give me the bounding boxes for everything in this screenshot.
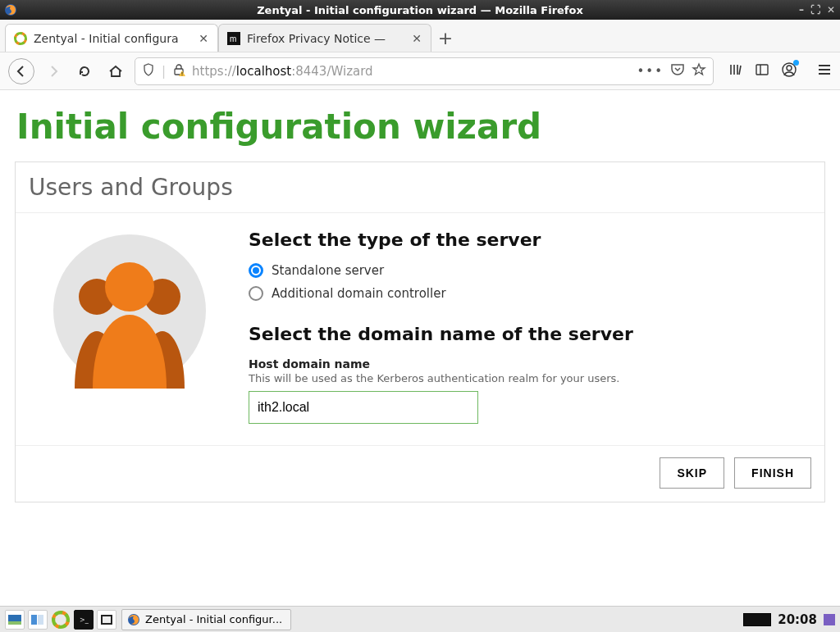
- svg-text:>_: >_: [80, 616, 89, 624]
- svg-point-1: [16, 33, 26, 43]
- url-path: :8443/Wizard: [291, 64, 372, 79]
- taskbar-window-title: Zentyal - Initial configur...: [145, 613, 282, 625]
- zentyal-icon: [14, 32, 27, 45]
- url-scheme: https://: [192, 64, 236, 79]
- users-illustration: [35, 230, 224, 424]
- tab-close-button[interactable]: ✕: [411, 33, 422, 44]
- radio-icon: [249, 263, 263, 278]
- radio-label: Standalone server: [272, 263, 384, 278]
- field-help: This will be used as the Kerberos authen…: [249, 372, 810, 384]
- page-title: Initial configuration wizard: [16, 107, 825, 147]
- page-viewport: Initial configuration wizard Users and G…: [0, 90, 840, 606]
- domain-heading: Select the domain name of the server: [249, 324, 810, 344]
- tab-zentyal[interactable]: Zentyal - Initial configura ✕: [5, 24, 218, 52]
- url-bar[interactable]: | https://localhost:8443/Wizard •••: [135, 57, 714, 85]
- hamburger-menu-icon[interactable]: [817, 62, 832, 80]
- svg-text:m: m: [230, 34, 236, 43]
- section-title: Users and Groups: [16, 162, 824, 213]
- firefox-icon: [127, 613, 140, 626]
- svg-rect-8: [181, 75, 182, 75]
- url-host: localhost: [236, 64, 291, 79]
- tab-title: Zentyal - Initial configura: [34, 32, 191, 45]
- svg-rect-20: [31, 615, 37, 625]
- tab-close-button[interactable]: ✕: [198, 33, 209, 44]
- mozilla-icon: m: [227, 32, 240, 45]
- firefox-icon: [3, 2, 18, 17]
- tab-title: Firefox Privacy Notice —: [247, 32, 404, 45]
- svg-rect-7: [181, 72, 182, 75]
- svg-rect-21: [38, 615, 43, 625]
- radio-additional-dc[interactable]: Additional domain controller: [249, 286, 810, 301]
- skip-button[interactable]: SKIP: [660, 457, 724, 489]
- radio-label: Additional domain controller: [272, 286, 446, 301]
- show-desktop-button[interactable]: [5, 610, 25, 630]
- svg-point-16: [105, 262, 154, 311]
- sidebar-icon[interactable]: [755, 62, 769, 80]
- taskbar-window-firefox[interactable]: Zentyal - Initial configur...: [121, 609, 291, 630]
- window-title: Zentyal - Initial configuration wizard —…: [257, 4, 583, 16]
- forward-button[interactable]: [41, 59, 66, 84]
- maximize-button[interactable]: ⛶: [810, 4, 820, 16]
- svg-rect-19: [8, 621, 21, 625]
- server-type-heading: Select the type of the server: [249, 230, 810, 250]
- pocket-icon[interactable]: [670, 62, 685, 80]
- field-label: Host domain name: [249, 357, 810, 371]
- meatball-icon[interactable]: •••: [637, 64, 664, 79]
- wizard-card: Users and Groups: [15, 161, 825, 502]
- radio-standalone[interactable]: Standalone server: [249, 263, 810, 278]
- tab-firefox-privacy[interactable]: m Firefox Privacy Notice — ✕: [218, 24, 431, 52]
- close-button[interactable]: ✕: [827, 4, 835, 16]
- browser-toolbar: | https://localhost:8443/Wizard •••: [0, 52, 840, 90]
- account-icon[interactable]: [781, 61, 797, 81]
- host-domain-input[interactable]: [249, 391, 478, 424]
- taskbar-clock: 20:08: [778, 612, 817, 627]
- battery-indicator: [743, 613, 771, 626]
- radio-icon: [249, 286, 263, 301]
- back-button[interactable]: [8, 58, 34, 84]
- tab-strip: Zentyal - Initial configura ✕ m Firefox …: [0, 20, 840, 52]
- finish-button[interactable]: FINISH: [734, 457, 811, 489]
- tray-icon[interactable]: [824, 614, 835, 625]
- terminal-launcher[interactable]: >_: [74, 610, 94, 630]
- shield-icon: [142, 63, 155, 80]
- bookmark-star-icon[interactable]: [692, 62, 706, 80]
- zentyal-launcher[interactable]: [51, 610, 71, 630]
- svg-point-12: [787, 66, 792, 70]
- files-launcher[interactable]: [97, 610, 116, 630]
- workspace-switcher[interactable]: [28, 610, 48, 630]
- svg-rect-9: [756, 65, 768, 75]
- new-tab-button[interactable]: +: [431, 24, 459, 52]
- home-button[interactable]: [103, 59, 128, 84]
- svg-point-23: [53, 612, 68, 627]
- lock-warning-icon: [172, 63, 185, 80]
- minimize-button[interactable]: –: [799, 4, 804, 16]
- library-icon[interactable]: [728, 62, 743, 80]
- reload-button[interactable]: [72, 59, 97, 84]
- svg-rect-27: [103, 616, 111, 623]
- desktop-taskbar: >_ Zentyal - Initial configur... 20:08: [0, 606, 840, 632]
- window-titlebar: Zentyal - Initial configuration wizard —…: [0, 0, 840, 20]
